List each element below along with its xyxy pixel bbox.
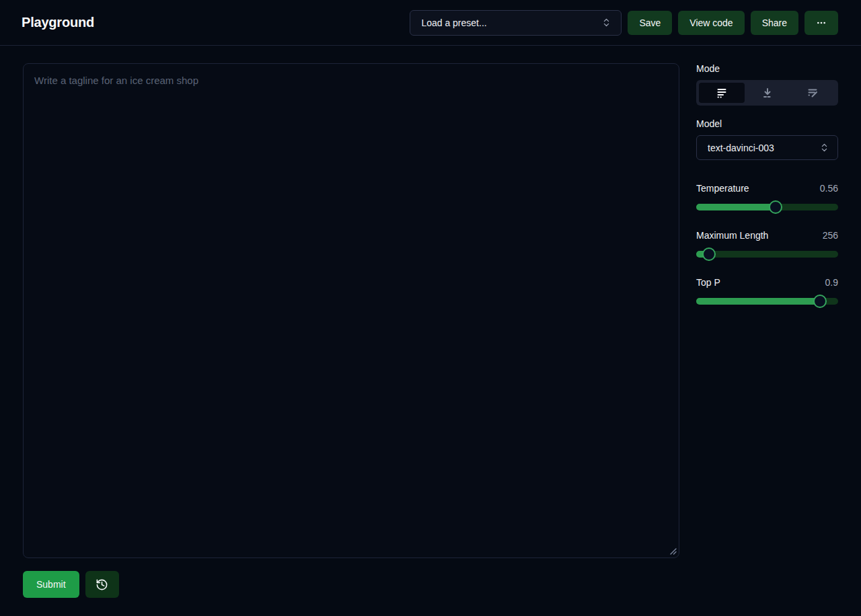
max-length-control: Maximum Length 256: [696, 230, 838, 258]
temperature-value: 0.56: [820, 183, 838, 194]
share-button[interactable]: Share: [751, 11, 798, 35]
model-label: Model: [696, 118, 838, 129]
top-p-slider[interactable]: [696, 298, 838, 305]
tab-complete-mode[interactable]: [699, 83, 745, 103]
settings-sidebar: Mode Model text-davinci-003: [696, 63, 838, 598]
model-select-value: text-davinci-003: [708, 143, 774, 153]
header: Playground Load a preset... Save View co…: [0, 0, 861, 46]
complete-mode-icon: [716, 87, 728, 99]
more-button[interactable]: [804, 11, 838, 35]
chevrons-up-down-icon: [819, 143, 829, 153]
chevrons-up-down-icon: [601, 17, 611, 28]
temperature-slider[interactable]: [696, 204, 838, 210]
temperature-label: Temperature: [696, 183, 749, 194]
max-length-slider[interactable]: [696, 251, 838, 258]
slider-thumb[interactable]: [813, 295, 827, 308]
save-button[interactable]: Save: [628, 11, 672, 35]
tab-insert-mode[interactable]: [745, 83, 790, 103]
preset-select[interactable]: Load a preset...: [410, 10, 622, 36]
page-title: Playground: [22, 15, 94, 30]
slider-fill: [696, 204, 776, 210]
prompt-area: [23, 63, 679, 558]
temperature-control: Temperature 0.56: [696, 183, 838, 210]
edit-mode-icon: [807, 87, 819, 99]
view-code-button[interactable]: View code: [678, 11, 744, 35]
tab-edit-mode[interactable]: [790, 83, 835, 103]
submit-button[interactable]: Submit: [23, 571, 79, 598]
slider-thumb[interactable]: [769, 200, 782, 214]
mode-label: Mode: [696, 63, 838, 74]
preset-select-value: Load a preset...: [421, 17, 486, 28]
editor-column: Submit: [23, 63, 679, 598]
top-p-value: 0.9: [825, 277, 838, 288]
ellipsis-icon: [816, 17, 827, 28]
slider-fill: [696, 298, 820, 305]
top-p-label: Top P: [696, 277, 720, 288]
history-button[interactable]: [85, 571, 119, 598]
top-p-control: Top P 0.9: [696, 277, 838, 305]
header-toolbar: Load a preset... Save View code Share: [410, 10, 838, 36]
main-content: Submit Mode: [0, 46, 861, 598]
editor-actions: Submit: [23, 571, 679, 598]
mode-tabs: [696, 80, 838, 106]
history-icon: [96, 578, 108, 591]
prompt-textarea[interactable]: [23, 63, 679, 558]
max-length-label: Maximum Length: [696, 230, 768, 241]
model-select[interactable]: text-davinci-003: [696, 135, 838, 160]
insert-mode-icon: [761, 87, 774, 99]
slider-thumb[interactable]: [702, 247, 716, 261]
max-length-value: 256: [823, 230, 838, 241]
